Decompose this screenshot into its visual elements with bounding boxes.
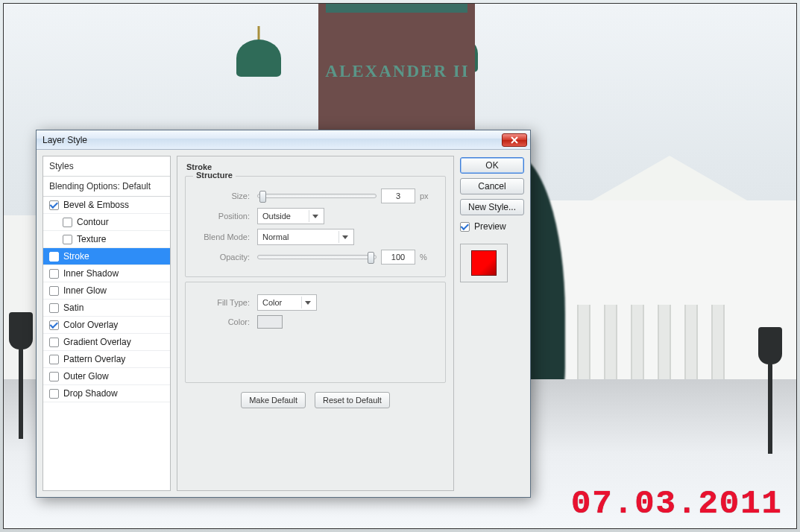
opacity-label: Opacity: (193, 253, 253, 262)
blendmode-value: Normal (262, 232, 289, 241)
effect-checkbox-coloroverlay[interactable] (49, 320, 59, 330)
reset-default-button[interactable]: Reset to Default (315, 392, 390, 408)
effect-row-gradientoverlay[interactable]: Gradient Overlay (43, 334, 170, 351)
structure-group: Structure Size: 3 px Position: Outside (185, 176, 446, 277)
stroke-color-well[interactable] (257, 315, 283, 329)
position-label: Position: (193, 212, 253, 221)
effect-checkbox-innershadow[interactable] (49, 269, 59, 279)
effect-row-patternoverlay[interactable]: Pattern Overlay (43, 351, 170, 368)
effect-row-satin[interactable]: Satin (43, 300, 170, 317)
effect-label-contour: Contour (77, 217, 109, 227)
effect-row-contour[interactable]: Contour (43, 214, 170, 231)
right-button-column: OK Cancel New Style... Preview (460, 156, 524, 491)
effect-checkbox-gradientoverlay[interactable] (49, 338, 59, 347)
effect-row-outerglow[interactable]: Outer Glow (43, 368, 170, 385)
effect-checkbox-texture[interactable] (63, 235, 72, 244)
new-style-button[interactable]: New Style... (460, 199, 524, 215)
opacity-slider[interactable] (257, 255, 377, 259)
blendmode-label: Blend Mode: (193, 232, 253, 241)
effect-row-stroke[interactable]: Stroke (43, 248, 170, 265)
effect-label-satin: Satin (63, 303, 84, 313)
effect-label-texture: Texture (77, 234, 106, 244)
effect-row-texture[interactable]: Texture (43, 231, 170, 248)
dialog-title: Layer Style (42, 135, 502, 145)
effect-label-stroke: Stroke (63, 251, 89, 262)
make-default-button[interactable]: Make Default (241, 392, 306, 408)
effect-row-bevel[interactable]: Bevel & Emboss (43, 197, 170, 214)
effect-checkbox-dropshadow[interactable] (49, 389, 59, 399)
chevron-down-icon (309, 210, 321, 222)
position-value: Outside (262, 212, 291, 221)
effect-checkbox-patternoverlay[interactable] (49, 355, 59, 364)
effect-label-dropshadow: Drop Shadow (63, 388, 118, 399)
close-icon (511, 136, 518, 144)
opacity-input[interactable]: 100 (381, 250, 415, 265)
filltype-value: Color (262, 298, 282, 307)
filltype-label: Fill Type: (193, 298, 253, 307)
preview-swatch[interactable] (471, 250, 497, 276)
effect-label-outerglow: Outer Glow (63, 371, 109, 381)
blendmode-select[interactable]: Normal (257, 229, 354, 245)
effect-row-dropshadow[interactable]: Drop Shadow (43, 385, 170, 402)
close-button[interactable] (502, 133, 527, 147)
color-label: Color: (193, 317, 253, 326)
effect-label-patternoverlay: Pattern Overlay (63, 354, 125, 364)
effect-checkbox-contour[interactable] (63, 218, 72, 227)
position-select[interactable]: Outside (257, 208, 324, 224)
chevron-down-icon (301, 297, 313, 308)
layer-style-dialog: Layer Style Styles Blending Options: Def… (36, 130, 531, 498)
chevron-down-icon (338, 231, 350, 243)
size-slider[interactable] (257, 194, 377, 198)
structure-legend: Structure (193, 171, 236, 180)
size-input[interactable]: 3 (381, 189, 415, 203)
effect-checkbox-satin[interactable] (49, 303, 59, 313)
size-label: Size: (193, 191, 253, 200)
effect-checkbox-outerglow[interactable] (49, 372, 59, 381)
fill-group: Fill Type: Color Color: (185, 282, 446, 383)
blending-options-header[interactable]: Blending Options: Default (43, 177, 170, 197)
effect-label-coloroverlay: Color Overlay (63, 320, 118, 330)
opacity-unit: % (420, 253, 438, 262)
effects-list: Styles Blending Options: Default Bevel &… (42, 156, 171, 491)
effect-row-innershadow[interactable]: Inner Shadow (43, 265, 170, 282)
preview-checkbox[interactable] (460, 222, 470, 232)
effects-header[interactable]: Styles (43, 156, 170, 177)
effect-row-coloroverlay[interactable]: Color Overlay (43, 317, 170, 334)
filltype-select[interactable]: Color (257, 294, 317, 311)
effect-row-innerglow[interactable]: Inner Glow (43, 282, 170, 300)
effect-checkbox-bevel[interactable] (49, 200, 59, 210)
stroke-panel: Stroke Structure Size: 3 px Position: Ou… (177, 156, 454, 491)
cancel-button[interactable]: Cancel (460, 178, 524, 194)
effect-checkbox-innerglow[interactable] (49, 286, 59, 296)
preview-label: Preview (474, 221, 506, 232)
preview-swatch-box (460, 244, 508, 282)
effect-checkbox-stroke[interactable] (49, 252, 59, 262)
effect-label-innerglow: Inner Glow (63, 285, 107, 296)
ok-button[interactable]: OK (460, 157, 524, 174)
size-unit: px (420, 191, 438, 200)
dialog-titlebar[interactable]: Layer Style (37, 130, 530, 150)
effect-label-innershadow: Inner Shadow (63, 268, 119, 279)
photo-datestamp: 07.03.2011 (571, 485, 783, 522)
effect-label-bevel: Bevel & Emboss (63, 200, 129, 210)
effect-label-gradientoverlay: Gradient Overlay (63, 337, 131, 347)
monument-inscription: ALEXANDER II (324, 62, 470, 81)
